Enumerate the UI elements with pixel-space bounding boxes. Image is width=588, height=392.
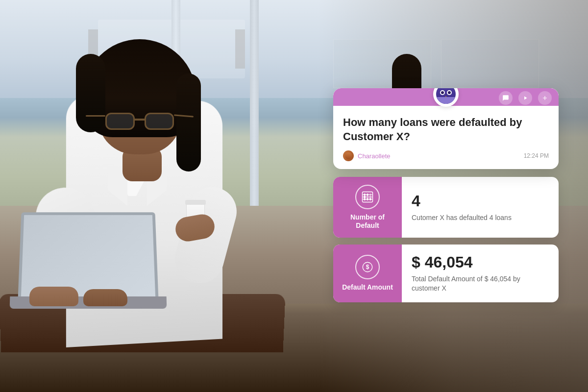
- chat-time: 12:24 PM: [524, 152, 549, 159]
- chat-username: Charaollete: [358, 152, 391, 160]
- svg-point-10: [364, 198, 366, 201]
- chat-action-message[interactable]: [499, 91, 513, 105]
- chat-meta: Charaollete 12:24 PM: [343, 150, 549, 161]
- svg-point-5: [367, 194, 369, 196]
- svg-point-4: [364, 194, 366, 196]
- metric-label-amount: Default Amount: [342, 283, 393, 292]
- svg-point-11: [367, 198, 369, 201]
- svg-point-9: [369, 196, 372, 198]
- chat-question: How many loans were defaulted by Custome…: [343, 116, 549, 144]
- metric-left-amount: $ Default Amount: [333, 245, 402, 302]
- user-avatar-small: [343, 150, 354, 161]
- metric-card-amount: $ Default Amount $ 46,054 Total Default …: [333, 245, 559, 302]
- svg-point-6: [369, 194, 372, 196]
- metric-description-amount: Total Default Amount of $ 46,054 by cust…: [412, 274, 549, 294]
- metric-right-amount: $ 46,054 Total Default Amount of $ 46,05…: [402, 245, 559, 302]
- chat-action-play[interactable]: [518, 91, 532, 105]
- ui-overlay: How many loans were defaulted by Custome…: [333, 88, 559, 309]
- svg-point-8: [367, 196, 369, 198]
- abacus-icon-circle: [355, 185, 380, 209]
- chat-card-body: How many loans were defaulted by Custome…: [333, 106, 559, 169]
- svg-point-7: [364, 196, 366, 198]
- dollar-icon-circle: $: [355, 255, 380, 279]
- chat-card: How many loans were defaulted by Custome…: [333, 88, 559, 169]
- metric-label-defaults: Number of Default: [339, 213, 396, 230]
- metric-card-defaults: Number of Default 4 Cutomer X has defaul…: [333, 177, 559, 238]
- svg-point-12: [369, 198, 372, 201]
- metric-value-amount: $ 46,054: [412, 253, 549, 271]
- metric-left-defaults: Number of Default: [333, 177, 402, 238]
- metric-value-defaults: 4: [412, 192, 549, 210]
- chat-action-add[interactable]: [538, 91, 552, 105]
- svg-text:$: $: [366, 264, 369, 270]
- metric-description-defaults: Cutomer X has defaulted 4 loans: [412, 213, 549, 223]
- metric-right-defaults: 4 Cutomer X has defaulted 4 loans: [402, 177, 559, 238]
